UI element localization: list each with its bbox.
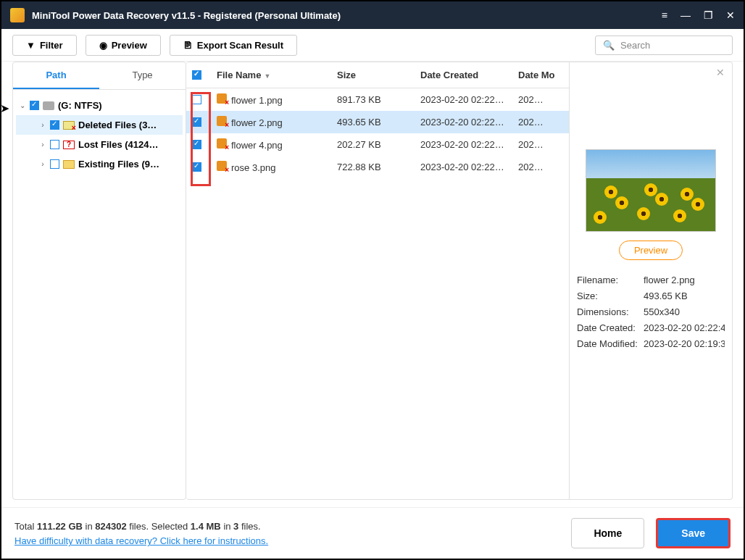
filter-icon: ▼: [26, 40, 36, 51]
preview-file-button[interactable]: Preview: [619, 241, 683, 260]
maximize-icon[interactable]: ❐: [704, 9, 713, 21]
sort-desc-icon: ▼: [264, 72, 270, 80]
tree: ⌄ (G: NTFS) › Deleted Files (3… › ? Lost…: [13, 90, 186, 180]
detail-label: Dimensions:: [577, 306, 644, 317]
footer-stats: Total 111.22 GB in 824302 files. Selecte…: [14, 519, 268, 535]
tree-lost-files[interactable]: › ? Lost Files (4124…: [16, 135, 183, 154]
file-created: 2023-02-20 02:22…: [420, 117, 518, 128]
tree-label: Lost Files (4124…: [78, 139, 159, 150]
lost-folder-icon: ?: [63, 141, 75, 149]
file-name: flower 1.png: [231, 95, 283, 106]
file-created: 2023-02-20 02:22…: [420, 162, 518, 172]
checkbox[interactable]: [30, 101, 39, 110]
detail-value: 493.65 KB: [644, 291, 725, 301]
window-title: MiniTool Power Data Recovery v11.5 - Reg…: [32, 10, 662, 21]
file-size: 891.73 KB: [337, 94, 420, 105]
drive-icon: [43, 101, 54, 110]
chevron-down-icon[interactable]: ⌄: [19, 101, 26, 109]
file-checkbox[interactable]: [192, 140, 201, 149]
tree-label: Deleted Files (3…: [78, 120, 157, 130]
chevron-right-icon[interactable]: ›: [39, 160, 46, 168]
filter-button[interactable]: ▼Filter: [12, 35, 77, 56]
app-icon: [10, 8, 25, 22]
footer: Total 111.22 GB in 824302 files. Selecte…: [1, 507, 744, 559]
export-icon: 🖹: [183, 40, 193, 51]
detail-label: Size:: [577, 291, 644, 301]
col-size[interactable]: Size: [337, 70, 420, 80]
tree-label: Existing Files (9…: [78, 159, 159, 170]
detail-row: Date Created:2023-02-20 02:22:4: [577, 322, 725, 333]
folder-icon: [63, 160, 75, 169]
file-row[interactable]: rose 3.png722.88 KB2023-02-20 02:22…202…: [186, 156, 569, 178]
tab-type[interactable]: Type: [99, 62, 186, 89]
eye-icon: ◉: [99, 40, 107, 51]
select-all-checkbox[interactable]: [192, 70, 201, 80]
checkbox[interactable]: [50, 120, 59, 130]
detail-label: Filename:: [577, 275, 644, 285]
detail-value: 550x340: [644, 306, 725, 317]
detail-row: Dimensions:550x340: [577, 306, 725, 317]
checkbox[interactable]: [50, 140, 59, 149]
file-size: 202.27 KB: [337, 139, 420, 150]
file-list: File Name▼ Size Date Created Date Mo flo…: [186, 62, 569, 499]
detail-label: Date Created:: [577, 322, 644, 333]
file-modified: 202…: [518, 94, 562, 105]
chevron-right-icon[interactable]: ›: [39, 121, 46, 129]
file-row[interactable]: flower 4.png202.27 KB2023-02-20 02:22…20…: [186, 133, 569, 156]
image-file-icon: [217, 116, 227, 126]
image-file-icon: [217, 138, 227, 149]
tree-deleted-files[interactable]: › Deleted Files (3…: [16, 115, 183, 135]
col-created[interactable]: Date Created: [420, 70, 518, 80]
help-link[interactable]: Have difficulty with data recovery? Clic…: [14, 535, 268, 546]
tree-drive[interactable]: ⌄ (G: NTFS): [16, 96, 183, 115]
minimize-icon[interactable]: —: [681, 9, 691, 21]
titlebar: MiniTool Power Data Recovery v11.5 - Reg…: [1, 1, 744, 29]
file-modified: 202…: [518, 139, 562, 150]
preview-thumbnail[interactable]: [586, 149, 716, 232]
close-icon[interactable]: ✕: [726, 9, 735, 21]
col-filename[interactable]: File Name▼: [214, 70, 337, 80]
file-checkbox[interactable]: [192, 117, 201, 127]
sidebar: Path Type ⌄ (G: NTFS) › Deleted Files (3…: [12, 62, 186, 500]
file-row[interactable]: flower 2.png493.65 KB2023-02-20 02:22…20…: [186, 111, 569, 133]
file-list-header: File Name▼ Size Date Created Date Mo: [186, 62, 569, 88]
file-checkbox[interactable]: [192, 95, 201, 104]
save-button[interactable]: Save: [656, 518, 731, 548]
detail-label: Date Modified:: [577, 338, 644, 349]
file-name: flower 2.png: [231, 117, 283, 128]
file-name: flower 4.png: [231, 140, 283, 151]
search-input[interactable]: 🔍Search: [595, 35, 733, 55]
file-created: 2023-02-20 02:22…: [420, 94, 518, 105]
drive-label: (G: NTFS): [58, 100, 102, 111]
close-panel-icon[interactable]: ✕: [716, 67, 725, 78]
tree-existing-files[interactable]: › Existing Files (9…: [16, 154, 183, 174]
file-created: 2023-02-20 02:22…: [420, 139, 518, 150]
detail-row: Filename:flower 2.png: [577, 275, 725, 285]
file-checkbox[interactable]: [192, 162, 201, 172]
image-file-icon: [217, 93, 227, 104]
file-size: 493.65 KB: [337, 117, 420, 128]
menu-icon[interactable]: ≡: [662, 9, 667, 21]
image-file-icon: [217, 161, 227, 171]
file-size: 722.88 KB: [337, 162, 420, 172]
detail-row: Size:493.65 KB: [577, 291, 725, 301]
detail-value: 2023-02-20 02:22:4: [644, 322, 725, 333]
preview-button[interactable]: ◉Preview: [86, 35, 161, 56]
chevron-right-icon[interactable]: ›: [39, 141, 46, 149]
deleted-folder-icon: [63, 121, 75, 130]
file-row[interactable]: flower 1.png891.73 KB2023-02-20 02:22…20…: [186, 88, 569, 111]
detail-value: flower 2.png: [644, 275, 725, 285]
home-button[interactable]: Home: [571, 518, 644, 548]
search-icon: 🔍: [603, 40, 615, 51]
detail-panel: ✕ Preview Filename:flower 2.pngSize:493.…: [569, 62, 732, 499]
col-modified[interactable]: Date Mo: [518, 70, 562, 80]
export-button[interactable]: 🖹Export Scan Result: [170, 35, 297, 56]
checkbox[interactable]: [50, 159, 59, 169]
detail-value: 2023-02-20 02:19:3: [644, 338, 725, 349]
tab-path[interactable]: Path: [13, 62, 99, 89]
file-modified: 202…: [518, 117, 562, 128]
detail-row: Date Modified:2023-02-20 02:19:3: [577, 338, 725, 349]
file-modified: 202…: [518, 162, 562, 172]
file-name: rose 3.png: [231, 162, 275, 173]
toolbar: ▼Filter ◉Preview 🖹Export Scan Result 🔍Se…: [1, 29, 744, 62]
